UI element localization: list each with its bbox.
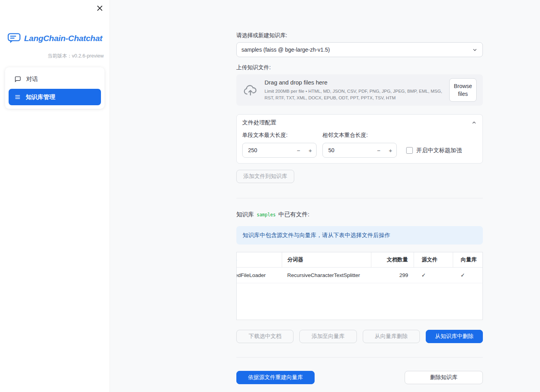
kb-heading-prefix: 知识库 xyxy=(236,211,254,218)
kb-files-heading: 知识库 samples 中已有文件: xyxy=(236,211,483,218)
chunk-size-value: 250 xyxy=(243,147,293,153)
chevron-up-icon xyxy=(471,120,477,126)
expander-title: 文件处理配置 xyxy=(242,119,276,126)
menu-item-label: 知识库管理 xyxy=(26,94,55,101)
add-to-vector-store-button[interactable]: 添加至向量库 xyxy=(299,330,356,343)
sidebar: LangChain-Chatchat 当前版本：v0.2.6-preview 对… xyxy=(0,0,110,392)
file-config-expander: 文件处理配置 单段文本最大长度: 250 − + 相邻文本重合长度: xyxy=(236,114,483,164)
dropzone-hint: Limit 200MB per file • HTML, MD, JSON, C… xyxy=(265,88,443,101)
chat-bubble-icon xyxy=(14,76,21,83)
divider xyxy=(236,357,483,358)
cell-loader: UnstructuredFileLoader xyxy=(236,267,282,283)
cell-splitter: RecursiveCharacterTextSplitter xyxy=(282,267,371,283)
kb-name-code: samples xyxy=(257,212,275,218)
version-label: 当前版本： xyxy=(47,53,72,59)
close-icon xyxy=(97,5,103,11)
kb-select-value: samples (faiss @ bge-large-zh-v1.5) xyxy=(241,47,330,53)
main-content: 请选择或新建知识库: samples (faiss @ bge-large-zh… xyxy=(110,0,540,392)
rebuild-vector-store-button[interactable]: 依据源文件重建向量库 xyxy=(236,371,315,384)
delete-from-kb-button[interactable]: 从知识库中删除 xyxy=(426,330,483,343)
browse-files-button[interactable]: Browse files xyxy=(449,78,477,102)
col-header-vector-store[interactable]: 向量库 xyxy=(453,252,483,267)
kb-heading-suffix: 中已有文件: xyxy=(278,211,309,218)
checkbox-box-icon xyxy=(406,147,413,154)
info-alert: 知识库中包含源文件与向量库，请从下表中选择文件后操作 xyxy=(236,226,483,245)
files-table[interactable]: 文档加载器 分词器 文档数量 源文件 向量库 UnstructuredFileL… xyxy=(236,252,483,320)
delete-kb-button[interactable]: 删除知识库 xyxy=(405,371,483,384)
file-dropzone[interactable]: Drag and drop files here Limit 200MB per… xyxy=(236,74,483,106)
menu-item-label: 对话 xyxy=(26,76,38,83)
overlap-increment-button[interactable]: + xyxy=(385,143,396,157)
upload-label: 上传知识文件: xyxy=(236,64,483,71)
expander-body: 单段文本最大长度: 250 − + 相邻文本重合长度: 50 − + xyxy=(237,130,482,163)
kb-select[interactable]: samples (faiss @ bge-large-zh-v1.5) xyxy=(236,42,483,57)
sidebar-menu: 对话 知识库管理 xyxy=(5,67,104,109)
chunk-size-field: 单段文本最大长度: 250 − + xyxy=(242,132,317,158)
logo-text: LangChain-Chatchat xyxy=(24,34,103,43)
cell-doc-count: 299 xyxy=(371,267,414,283)
overlap-size-label: 相邻文本重合长度: xyxy=(322,132,397,139)
cell-source-check: ✓ xyxy=(414,267,453,283)
overlap-size-input[interactable]: 50 − + xyxy=(322,143,397,158)
expander-header[interactable]: 文件处理配置 xyxy=(237,115,482,130)
chevron-down-icon xyxy=(472,47,478,53)
add-files-to-kb-button[interactable]: 添加文件到知识库 xyxy=(236,170,294,183)
list-icon xyxy=(14,94,21,100)
langchain-chatchat-logo-icon xyxy=(7,33,21,43)
overlap-size-field: 相邻文本重合长度: 50 − + xyxy=(322,132,397,158)
overlap-size-value: 50 xyxy=(323,147,373,153)
chunk-size-decrement-button[interactable]: − xyxy=(293,143,304,157)
chunk-size-input[interactable]: 250 − + xyxy=(242,143,317,158)
file-action-buttons: 下载选中文档 添加至向量库 从向量库删除 从知识库中删除 xyxy=(236,330,483,343)
cloud-upload-icon xyxy=(243,84,258,96)
version-text: 当前版本：v0.2.6-preview xyxy=(0,53,110,59)
chunk-size-increment-button[interactable]: + xyxy=(304,143,316,157)
col-header-loader[interactable]: 文档加载器 xyxy=(236,252,282,267)
info-alert-text: 知识库中包含源文件与向量库，请从下表中选择文件后操作 xyxy=(243,232,390,238)
table-header-row: 文档加载器 分词器 文档数量 源文件 向量库 xyxy=(236,252,483,267)
zh-title-enhance-checkbox[interactable]: 开启中文标题加强 xyxy=(406,143,462,158)
download-selected-button[interactable]: 下载选中文档 xyxy=(236,330,293,343)
cell-vector-check: ✓ xyxy=(453,267,483,283)
table-row[interactable]: UnstructuredFileLoader RecursiveCharacte… xyxy=(236,267,483,283)
sidebar-close-button[interactable] xyxy=(95,4,104,13)
delete-from-vector-store-button[interactable]: 从向量库删除 xyxy=(363,330,420,343)
kb-select-label: 请选择或新建知识库: xyxy=(236,32,483,39)
chunk-size-label: 单段文本最大长度: xyxy=(242,132,317,139)
col-header-splitter[interactable]: 分词器 xyxy=(282,252,371,267)
col-header-source-file[interactable]: 源文件 xyxy=(414,252,453,267)
divider xyxy=(236,198,483,198)
checkbox-label: 开启中文标题加强 xyxy=(416,147,462,154)
sidebar-item-dialogue[interactable]: 对话 xyxy=(9,71,101,87)
version-value: v0.2.6-preview xyxy=(72,53,104,59)
kb-footer-buttons: 依据源文件重建向量库 删除知识库 xyxy=(236,371,483,384)
overlap-decrement-button[interactable]: − xyxy=(373,143,385,157)
app-logo: LangChain-Chatchat xyxy=(0,33,110,43)
sidebar-item-knowledge-base[interactable]: 知识库管理 xyxy=(9,89,101,105)
dropzone-text: Drag and drop files here Limit 200MB per… xyxy=(265,79,443,101)
dropzone-title: Drag and drop files here xyxy=(265,79,443,86)
content-column: 请选择或新建知识库: samples (faiss @ bge-large-zh… xyxy=(236,0,483,384)
col-header-doc-count[interactable]: 文档数量 xyxy=(371,252,414,267)
